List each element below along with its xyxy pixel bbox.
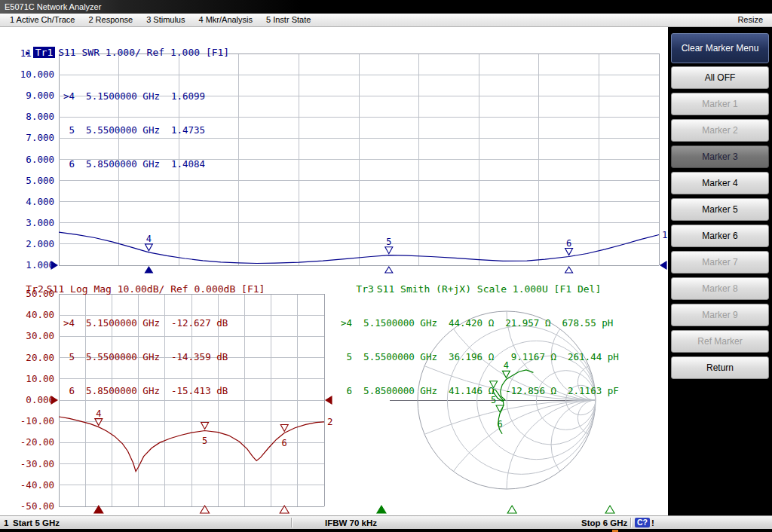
svg-text:9.000: 9.000 [26, 90, 54, 101]
softkey-menu-title: Clear Marker Menu [671, 33, 769, 63]
softkey-marker-5[interactable]: Marker 5 [671, 198, 769, 221]
softkey-marker-4[interactable]: Marker 4 [671, 172, 769, 194]
svg-text:6.000: 6.000 [26, 154, 54, 165]
tr1-name-badge[interactable]: Tr1 [33, 47, 55, 58]
svg-text:-10.00: -10.00 [20, 415, 54, 427]
tr2-ref-level-arrow-left[interactable] [51, 396, 57, 404]
status-bar: 1 Start 5 GHz IFBW 70 kHz Stop 6 GHz C? … [0, 515, 772, 529]
svg-text:6: 6 [566, 238, 571, 249]
softkey-marker-3[interactable]: Marker 3 [671, 145, 769, 168]
tr1-readout-line-3: 6 5.8500000 GHz 1.4084 [63, 158, 205, 170]
tr2-marker-readout: >4 5.1500000 GHz -12.627 dB 5 5.5500000 … [63, 295, 228, 419]
softkey-marker-6[interactable]: Marker 6 [671, 225, 769, 247]
tr2-name[interactable]: Tr2 [26, 283, 43, 295]
correction-badge: C? [635, 518, 650, 527]
start-frequency: Start 5 GHz [13, 517, 60, 529]
svg-text:30.00: 30.00 [26, 330, 54, 341]
svg-text:8.000: 8.000 [26, 111, 54, 122]
tr2-readout-line-3: 6 5.8500000 GHz -15.413 dB [63, 385, 228, 396]
tr3-marker-readout: >4 5.1500000 GHz 44.420 Ω 21.957 Ω 678.5… [341, 295, 619, 419]
svg-text:5: 5 [386, 237, 391, 247]
bottom-strip [0, 529, 772, 532]
svg-text:1.000: 1.000 [26, 259, 54, 271]
tr3-stimulus-marker-4[interactable] [377, 506, 386, 513]
softkey-ref-marker[interactable]: Ref Marker [671, 330, 769, 353]
tr3-params: S11 Smith (R+jX) Scale 1.000U [F1 Del] [377, 283, 601, 295]
svg-text:2: 2 [327, 416, 333, 427]
active-trace-arrow: ▶ [26, 49, 29, 57]
tr3-stimulus-marker-5[interactable] [507, 506, 516, 513]
tr3-name[interactable]: Tr3 [356, 283, 373, 295]
svg-text:5.000: 5.000 [26, 175, 54, 186]
tr2-marker-4[interactable] [95, 419, 103, 426]
tr2-params: S11 Log Mag 10.00dB/ Ref 0.000dB [F1] [47, 283, 265, 295]
svg-text:4.000: 4.000 [26, 196, 54, 207]
tr1-marker-readout: >4 5.1500000 GHz 1.6099 5 5.5500000 GHz … [63, 68, 205, 192]
svg-text:0.000: 0.000 [26, 394, 54, 405]
softkey-panel: Clear Marker Menu All OFFMarker 1Marker … [668, 27, 772, 515]
tr3-readout-line-1: >4 5.1500000 GHz 44.420 Ω 21.957 Ω 678.5… [341, 317, 619, 329]
softkey-all-off[interactable]: All OFF [671, 66, 769, 89]
svg-text:6: 6 [282, 438, 287, 448]
tr3-readout-line-2: 5 5.5500000 GHz 36.196 Ω 9.1167 Ω 261.44… [341, 351, 619, 362]
svg-text:1: 1 [662, 229, 668, 240]
tr1-ref-level-arrow-left[interactable] [51, 261, 57, 269]
svg-text:40.00: 40.00 [26, 309, 54, 320]
softkey-marker-9[interactable]: Marker 9 [671, 304, 769, 326]
tr1-readout-line-2: 5 5.5500000 GHz 1.4735 [63, 124, 205, 136]
tr3-readout-line-3: 6 5.8500000 GHz 41.146 Ω -12.856 Ω 2.116… [341, 385, 619, 396]
svg-text:-30.00: -30.00 [20, 458, 54, 469]
tr1-readout-line-1: >4 5.1500000 GHz 1.6099 [63, 90, 205, 102]
svg-text:4: 4 [146, 234, 152, 244]
alert-indicator[interactable]: ! [651, 517, 654, 529]
softkey-marker-1[interactable]: Marker 1 [671, 93, 769, 115]
svg-text:20.00: 20.00 [26, 352, 54, 363]
svg-text:-50.00: -50.00 [20, 500, 54, 512]
tr2-readout-line-2: 5 5.5500000 GHz -14.359 dB [63, 351, 228, 362]
svg-text:2.000: 2.000 [26, 238, 54, 249]
tr2-ref-level-arrow-right[interactable] [326, 396, 332, 404]
channel-number: 1 [4, 517, 8, 529]
tr1-title: ▶Tr1S11 SWR 1.000/ Ref 1.000 [F1] [2, 35, 232, 69]
status-divider [630, 518, 632, 527]
svg-text:-40.00: -40.00 [20, 479, 54, 491]
softkey-return[interactable]: Return [671, 356, 769, 379]
tr1-marker-4[interactable] [145, 244, 152, 251]
svg-text:10.000: 10.000 [20, 69, 54, 80]
stop-frequency: Stop 6 GHz [581, 517, 627, 529]
svg-text:10.00: 10.00 [26, 373, 54, 384]
tr1-marker-5[interactable] [385, 247, 393, 254]
softkey-marker-8[interactable]: Marker 8 [671, 277, 769, 300]
tr3-stimulus-marker-6[interactable] [605, 506, 614, 513]
tr2-marker-5[interactable] [201, 422, 209, 429]
tr1-params: S11 SWR 1.000/ Ref 1.000 [F1] [58, 47, 229, 58]
softkey-marker-7[interactable]: Marker 7 [671, 251, 769, 274]
status-divider [291, 518, 293, 527]
svg-text:6: 6 [497, 419, 502, 430]
tr1-ref-level-arrow-right[interactable] [660, 261, 666, 269]
tr2-marker-6[interactable] [280, 424, 288, 431]
svg-text:3.000: 3.000 [26, 217, 54, 228]
app-window: E5071C Network Analyzer 1 Active Ch/Trac… [0, 0, 772, 532]
tr1-marker-6[interactable] [565, 249, 573, 255]
tr2-readout-line-1: >4 5.1500000 GHz -12.627 dB [63, 317, 228, 329]
softkey-marker-2[interactable]: Marker 2 [671, 119, 769, 142]
svg-text:7.000: 7.000 [26, 132, 54, 143]
svg-text:-20.00: -20.00 [20, 436, 54, 448]
svg-text:5: 5 [202, 436, 207, 446]
ifbw-value: IFBW 70 kHz [325, 517, 377, 529]
